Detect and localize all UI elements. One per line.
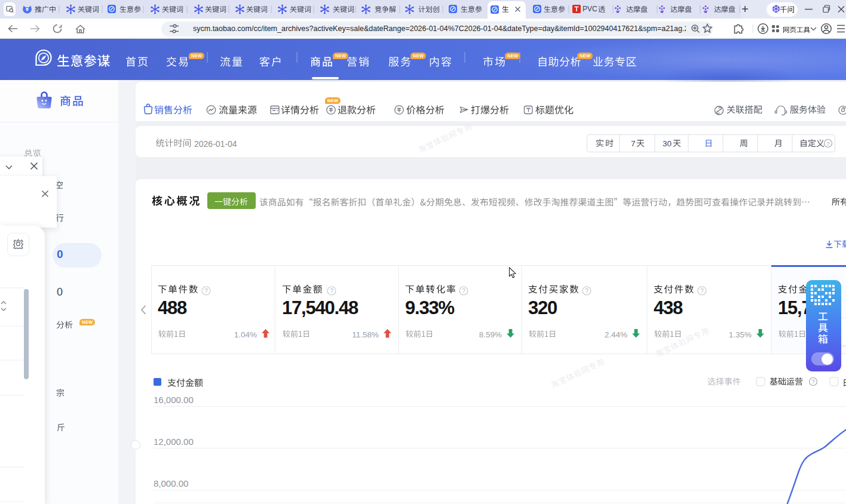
svg-text:?: ? [700,288,704,294]
svg-text:?: ? [204,288,208,294]
svg-text:?: ? [585,288,588,294]
svg-text:?: ? [330,288,333,294]
svg-text:?: ? [826,141,829,147]
svg-text:?: ? [462,288,465,294]
svg-text:?: ? [811,379,814,385]
